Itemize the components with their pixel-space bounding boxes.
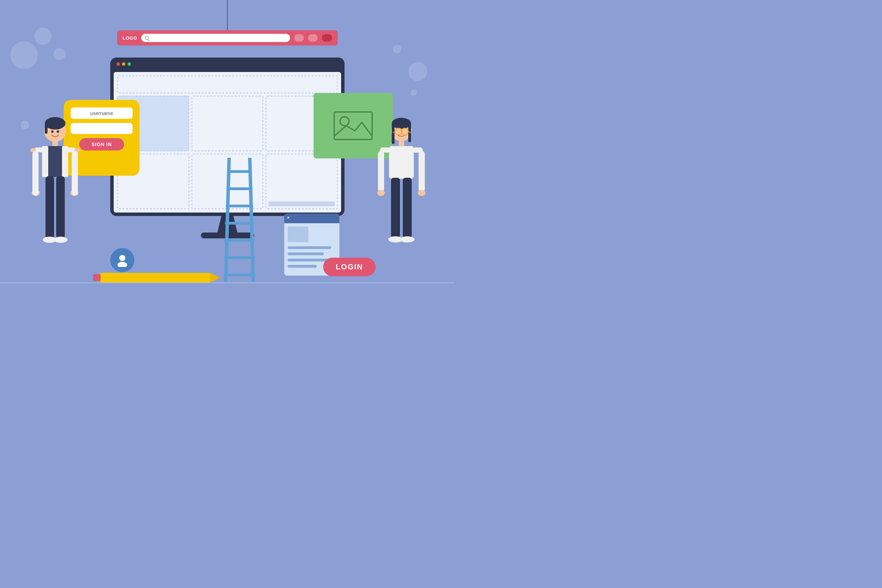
signin-button[interactable]: SIGN IN (79, 138, 124, 150)
dialog-line-4 (288, 265, 316, 268)
monitor-window-controls (117, 62, 131, 66)
svg-rect-56 (378, 151, 384, 192)
screen-cell-6 (266, 154, 338, 209)
browser-btn-2[interactable] (308, 34, 318, 42)
screen-gray-bar (268, 201, 335, 206)
bubble-7 (393, 45, 401, 53)
browser-logo: LOGO (123, 36, 137, 40)
dialog-image-area (288, 226, 308, 242)
svg-marker-13 (217, 276, 220, 279)
svg-rect-42 (408, 123, 411, 142)
dot-green (128, 62, 131, 66)
browser-btn-3[interactable] (322, 34, 332, 42)
login-button[interactable]: LOGIN (323, 258, 375, 276)
browser-search-bar[interactable] (141, 34, 290, 42)
user-avatar-icon (110, 248, 134, 272)
dot-yellow (122, 62, 125, 66)
person-left (28, 110, 82, 282)
pencil (93, 272, 224, 284)
svg-point-17 (117, 262, 127, 267)
svg-point-37 (51, 130, 54, 133)
bubble-2 (34, 27, 52, 45)
search-icon (145, 36, 149, 40)
svg-point-1 (340, 117, 349, 126)
person-right (374, 110, 429, 282)
svg-rect-33 (45, 176, 54, 238)
svg-rect-49 (389, 146, 414, 179)
svg-point-19 (45, 117, 66, 129)
bubble-1 (10, 41, 38, 69)
svg-rect-21 (52, 141, 58, 147)
screen-cell-2 (192, 96, 264, 151)
browser-btn-1[interactable] (294, 34, 304, 42)
svg-rect-0 (334, 112, 372, 140)
screen-topbar (117, 75, 338, 93)
svg-point-38 (57, 130, 59, 133)
bubble-8 (411, 90, 417, 96)
svg-rect-48 (399, 141, 404, 147)
svg-rect-32 (72, 151, 78, 196)
browser-toolbar: LOGO (117, 30, 338, 45)
svg-point-36 (54, 237, 68, 243)
svg-rect-20 (45, 123, 48, 134)
svg-point-58 (377, 190, 385, 196)
svg-point-40 (392, 118, 411, 129)
svg-rect-34 (56, 176, 65, 238)
svg-rect-51 (403, 178, 412, 238)
person-left-svg (28, 110, 82, 282)
svg-rect-50 (391, 178, 400, 238)
bubble-3 (53, 48, 66, 60)
dot-red (117, 62, 120, 66)
dialog-close-icon: × (287, 215, 290, 220)
bubble-6 (408, 62, 427, 81)
image-icon (333, 110, 374, 141)
svg-line-3 (250, 158, 253, 282)
svg-line-2 (226, 158, 229, 282)
dialog-line-2 (288, 252, 324, 255)
svg-point-59 (418, 190, 426, 196)
svg-point-16 (119, 255, 125, 261)
svg-rect-31 (32, 151, 39, 196)
svg-rect-14 (93, 274, 100, 281)
ladder (224, 158, 255, 283)
dialog-line-1 (288, 246, 331, 249)
person-right-svg (374, 110, 429, 282)
hanging-wire (227, 0, 228, 32)
svg-rect-41 (392, 123, 394, 144)
dialog-line-3 (288, 259, 328, 261)
svg-rect-57 (418, 151, 425, 192)
svg-point-53 (400, 236, 414, 243)
